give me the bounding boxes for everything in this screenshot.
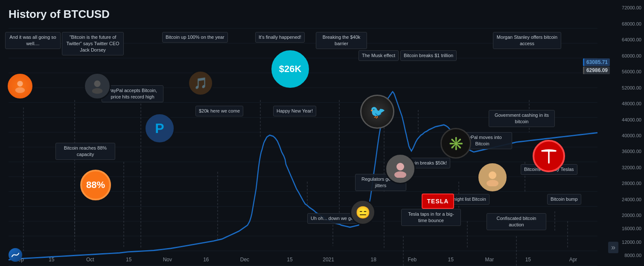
annotation-bump: Bitcoin bump [547, 194, 581, 205]
x-label-15-5: 15 [525, 257, 531, 263]
svg-point-43 [396, 163, 404, 171]
circle-icon-sep [6, 72, 34, 100]
x-label-apr: Apr [569, 257, 577, 263]
annotation-going-well: And it was all going so well.... [5, 32, 61, 49]
circle-icon-26k: $26K [271, 50, 309, 88]
circle-icon-tesla-logo [533, 140, 565, 172]
annotation-morgan: Morgan Stanley offers bitcoin access [493, 32, 561, 49]
y-label-44000: 44000.00 [622, 117, 641, 122]
svg-point-39 [17, 81, 23, 87]
circle-icon-yellen [385, 153, 416, 184]
y-label-64000: 64000.00 [622, 37, 641, 42]
annotation-new-year: Happy New Year! [273, 106, 316, 116]
x-label-feb: Feb [408, 257, 417, 263]
x-label-oct: Oct [86, 257, 94, 263]
svg-point-42 [92, 88, 103, 94]
annotation-gov-cash: Government cashing in its bitcoin [489, 110, 555, 127]
svg-point-40 [15, 87, 25, 93]
y-label-20000: 20000.00 [622, 213, 641, 218]
y-label-56000: 56000.00 [622, 69, 641, 74]
y-label-48000: 48000.00 [622, 101, 641, 106]
circle-icon-musk: 🐦 [360, 95, 394, 129]
y-label-28000: 28000.00 [622, 181, 641, 186]
annotation-musk: The Musk effect [358, 50, 399, 61]
annotation-100pct: Bitcoin up 100% on the year [162, 32, 228, 43]
x-label-mar: Mar [485, 257, 494, 263]
circle-icon-tesla-bounce: TESLA [422, 194, 454, 209]
circle-icon-88pct: 88% [80, 170, 111, 200]
y-label-72000: 72000.00 [622, 5, 641, 10]
x-label-nov: Nov [163, 257, 172, 263]
svg-point-41 [94, 81, 100, 87]
y-label-32000: 32000.00 [622, 165, 641, 170]
annotation-dorsey: "Bitcoin is the future of Twitter" says … [62, 32, 124, 55]
circle-icon-paypal2: ✳️ [440, 128, 471, 159]
x-label-16: 16 [203, 257, 209, 263]
x-label-15-1: 15 [49, 257, 54, 263]
x-label-2021: 2021 [323, 257, 334, 263]
circle-icon-gov [477, 162, 508, 193]
x-label-18: 18 [371, 257, 376, 263]
chart-title: History of BTCUSD [9, 8, 110, 21]
y-label-16000: 16000.00 [622, 226, 641, 231]
x-label-15-4: 15 [448, 257, 454, 263]
x-label-dec: Dec [240, 257, 249, 263]
scroll-right-arrow[interactable]: » [608, 242, 618, 253]
annotation-88pct: Bitcoin reaches 88% capacity [55, 143, 115, 160]
circle-icon-jukebox: 🎵 [188, 70, 213, 96]
y-label-12000: 12000.00 [622, 240, 641, 245]
svg-point-45 [489, 171, 496, 179]
chart-container: History of BTCUSD 72000.00 68000.00 6400… [0, 0, 644, 266]
annotation-20k: $20k here we come [195, 106, 243, 116]
annotation-40k: Breaking the $40k barrier [316, 32, 367, 49]
x-label-15-3: 15 [287, 257, 292, 263]
y-label-8000: 8000.00 [624, 253, 641, 258]
x-label-15-2: 15 [126, 257, 131, 263]
annotation-tesla-bounce: Tesla taps in for a big-time bounce [401, 209, 461, 226]
circle-icon-sad: 😑 [350, 200, 376, 225]
svg-point-44 [394, 171, 406, 178]
y-label-52000: 52000.00 [622, 85, 641, 90]
y-label-40000: 40000.00 [622, 133, 641, 138]
y-label-36000: 36000.00 [622, 149, 641, 154]
bottom-logo [9, 248, 22, 262]
y-label-60000: 60000.00 [622, 53, 641, 58]
y-label-24000: 24000.00 [622, 197, 641, 202]
circle-icon-dorsey [84, 72, 111, 100]
annotation-confiscated: Confiscated bitcoin auction [487, 213, 546, 230]
annotation-trillion: Bitcoin breaks $1 trillion [400, 50, 457, 61]
y-label-68000: 68000.00 [622, 21, 641, 26]
svg-point-46 [487, 180, 498, 186]
annotation-finally: It's finally happened! [255, 32, 305, 43]
circle-icon-paypal: P [144, 113, 175, 144]
